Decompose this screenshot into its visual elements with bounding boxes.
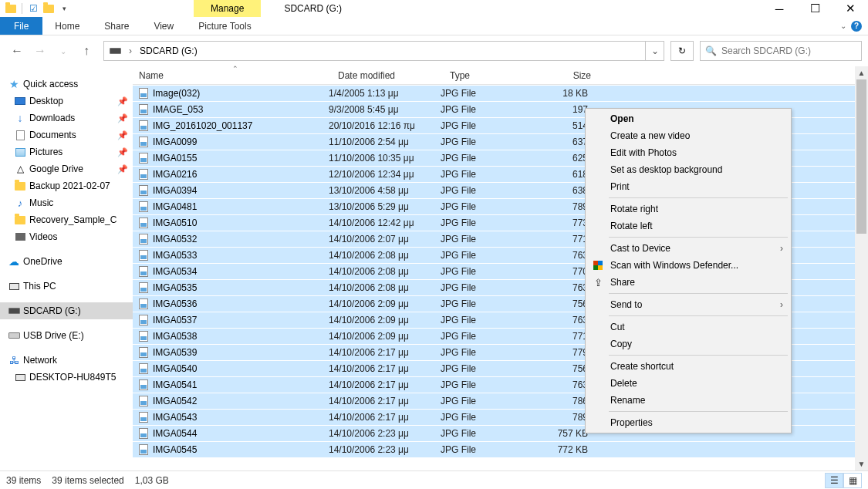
pin-icon: 📌 [117,164,128,174]
ctx-defender[interactable]: Scan with Windows Defender... [587,257,789,274]
thumbnails-view-button[interactable]: ▦ [843,473,862,488]
sidebar-this-pc[interactable]: This PC [0,278,133,295]
file-date: 14/10/2006 2:17 μμ [329,396,441,406]
details-view-button[interactable]: ☰ [825,473,843,488]
file-date: 12/10/2006 12:34 μμ [329,169,441,180]
image-file-icon [137,395,150,407]
ctx-edit-photos[interactable]: Edit with Photos [587,144,789,161]
ctx-open[interactable]: Open [587,110,789,127]
sidebar-documents[interactable]: Documents📌 [0,126,133,143]
image-file-icon [137,379,150,391]
image-file-icon [137,136,150,148]
search-box[interactable]: 🔍 Search SDCARD (G:) [700,41,862,61]
title-bar: ☑ ▾ Manage SDCARD (G:) ─ ☐ ✕ [0,0,868,17]
sidebar-sdcard[interactable]: SDCARD (G:) [0,302,133,319]
sidebar-desktop[interactable]: Desktop📌 [0,93,133,110]
file-type: JPG File [441,444,534,455]
column-header-name[interactable]: Name⌃ [133,66,332,84]
file-type: JPG File [441,428,534,439]
submenu-arrow-icon: › [780,299,783,310]
up-button[interactable]: ↑ [76,40,97,62]
context-menu: Open Create a new video Edit with Photos… [585,108,792,433]
ctx-send-to[interactable]: Send to› [587,296,789,313]
ctx-delete[interactable]: Delete [587,375,789,392]
column-headers: Name⌃ Date modified Type Size [133,66,855,85]
address-dropdown-icon[interactable]: ⌄ [645,42,664,60]
ctx-print[interactable]: Print [587,178,789,195]
qat-dropdown-icon[interactable]: ▾ [58,2,70,15]
star-icon: ★ [8,78,20,90]
ctx-rotate-right[interactable]: Rotate right [587,201,789,218]
ctx-separator [609,315,788,316]
defender-icon [592,259,604,271]
column-header-size[interactable]: Size [537,66,597,84]
sidebar-downloads[interactable]: ↓Downloads📌 [0,110,133,126]
scroll-up-icon[interactable]: ▲ [855,66,868,79]
sidebar-quick-access[interactable]: ★Quick access [0,76,133,93]
sidebar-backup[interactable]: Backup 2021-02-07 [0,177,133,194]
help-icon[interactable]: ? [851,21,862,32]
col-label: Name [139,70,164,81]
file-tab[interactable]: File [0,17,42,35]
file-name: IMGA0545 [153,444,329,455]
sidebar-remote-pc[interactable]: DESKTOP-HU849T5 [0,369,133,386]
window-title: SDCARD (G:) [284,3,342,14]
file-row[interactable]: Image(032)1/4/2005 1:13 μμJPG File18 KB [133,85,855,101]
file-type: JPG File [441,379,534,390]
file-type: JPG File [441,153,534,164]
ctx-set-background[interactable]: Set as desktop background [587,161,789,178]
sidebar-onedrive[interactable]: ☁OneDrive [0,253,133,270]
refresh-button[interactable]: ↻ [670,41,694,61]
column-header-date[interactable]: Date modified [332,66,444,84]
home-tab[interactable]: Home [42,17,92,35]
view-tab[interactable]: View [141,17,186,35]
history-dropdown-icon[interactable]: ⌄ [52,40,74,62]
address-bar[interactable]: › SDCARD (G:) ⌄ [103,41,664,61]
new-folder-qat-icon[interactable] [42,2,55,15]
sidebar-google-drive[interactable]: △Google Drive📌 [0,160,133,177]
status-bar: 39 items 39 items selected 1,03 GB ☰ ▦ [0,470,868,489]
maximize-button[interactable]: ☐ [797,0,833,17]
ribbon-collapse-icon[interactable]: ⌄ [840,22,846,30]
image-file-icon [137,330,150,342]
file-name: IMGA0534 [153,266,329,277]
ctx-cut[interactable]: Cut [587,319,789,336]
file-name: IMGA0155 [153,153,329,164]
ctx-rotate-left[interactable]: Rotate left [587,218,789,234]
sidebar-music[interactable]: ♪Music [0,194,133,211]
manage-contextual-tab[interactable]: Manage [194,0,261,17]
folder-icon [14,214,26,226]
ctx-properties[interactable]: Properties [587,414,789,431]
sidebar-label: Quick access [23,79,78,89]
file-name: Image(032) [153,88,329,99]
vertical-scrollbar[interactable]: ▲ ▼ [855,66,868,470]
sidebar-network[interactable]: 🖧Network [0,352,133,369]
scroll-thumb[interactable] [856,79,866,234]
picture-tools-tab[interactable]: Picture Tools [186,17,263,35]
pin-icon: 📌 [117,147,128,157]
ctx-share[interactable]: ⇪Share [587,274,789,291]
properties-qat-icon[interactable]: ☑ [27,2,39,15]
forward-button[interactable]: → [29,40,51,62]
sidebar-pictures[interactable]: Pictures📌 [0,143,133,160]
ctx-rename[interactable]: Rename [587,392,789,409]
drive-icon [8,305,20,317]
ctx-cast[interactable]: Cast to Device› [587,240,789,257]
ctx-create-shortcut[interactable]: Create shortcut [587,358,789,375]
search-icon: 🔍 [705,46,717,56]
column-header-type[interactable]: Type [444,66,537,84]
ctx-create-video[interactable]: Create a new video [587,127,789,144]
back-button[interactable]: ← [6,40,28,62]
file-row[interactable]: IMGA054514/10/2006 2:23 μμJPG File772 KB [133,441,855,457]
close-button[interactable]: ✕ [833,0,868,17]
breadcrumb-current[interactable]: SDCARD (G:) [135,46,202,56]
ctx-copy[interactable]: Copy [587,336,789,352]
breadcrumb-chevron-icon[interactable]: › [126,46,135,56]
file-name: IMG_20161020_001137 [153,120,329,131]
minimize-button[interactable]: ─ [762,0,797,17]
share-tab[interactable]: Share [92,17,141,35]
sidebar-usb[interactable]: USB Drive (E:) [0,327,133,344]
sidebar-recovery[interactable]: Recovery_Sample_C [0,211,133,228]
scroll-down-icon[interactable]: ▼ [855,457,868,470]
sidebar-videos[interactable]: Videos [0,228,133,245]
